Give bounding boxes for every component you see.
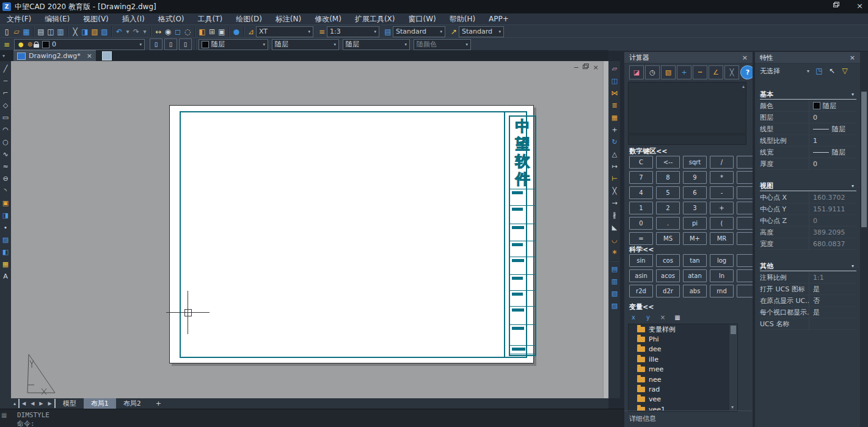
- revision-cloud-icon[interactable]: ∿: [1, 149, 10, 159]
- erase-icon[interactable]: ▱: [610, 64, 619, 73]
- numpad-key-0[interactable]: 0: [629, 217, 653, 230]
- scrollbar-thumb[interactable]: [861, 92, 867, 227]
- property-value[interactable]: 151.9111: [809, 203, 856, 214]
- numpad-key-2[interactable]: 2: [656, 202, 680, 214]
- sci-key-ln[interactable]: ln: [710, 269, 734, 282]
- zoom-window-icon[interactable]: ◻: [173, 27, 183, 37]
- delete-variable-icon[interactable]: ×: [658, 313, 667, 321]
- array-icon[interactable]: ▦: [610, 112, 619, 122]
- zoom-previous-icon[interactable]: ◌: [183, 27, 192, 37]
- add-layout-button[interactable]: +: [148, 398, 169, 409]
- numpad-key-*[interactable]: *: [710, 171, 734, 184]
- restore-window-icon[interactable]: [833, 2, 839, 7]
- layout-tab-布局1[interactable]: 布局1: [84, 398, 116, 409]
- chevron-down-icon[interactable]: ▾: [305, 29, 310, 34]
- title-bar[interactable]: Z 中望CAD 2020 教育版 - [Drawing2.dwg] ×: [0, 0, 868, 13]
- numpad-key-MR[interactable]: MR: [710, 232, 734, 245]
- property-value[interactable]: 0: [809, 158, 856, 169]
- sci-key-sin[interactable]: sin: [629, 254, 653, 267]
- layer-properties-icon[interactable]: ≡: [2, 40, 12, 49]
- menu-tools[interactable]: 工具(T): [191, 13, 230, 24]
- explode-icon[interactable]: ∗: [610, 247, 619, 257]
- numpad-key-+[interactable]: +: [710, 202, 734, 214]
- properties-title-bar[interactable]: 特性 ×: [755, 52, 860, 64]
- numpad-key-MS[interactable]: MS: [656, 232, 680, 245]
- copy-icon[interactable]: ◫: [610, 76, 619, 86]
- variable-item-7[interactable]: vee: [629, 395, 737, 404]
- rectangle-icon[interactable]: ▭: [1, 112, 10, 122]
- edit-variable-icon[interactable]: y: [644, 313, 652, 321]
- chevron-down-icon[interactable]: ▾: [807, 68, 809, 74]
- numpad-key-/[interactable]: /: [710, 156, 734, 169]
- ellipse-arc-icon[interactable]: ◝: [1, 186, 10, 195]
- cut-icon[interactable]: ╳: [70, 27, 80, 37]
- hatch-icon[interactable]: ▨: [1, 235, 10, 244]
- sci-key-r2d[interactable]: r2d: [629, 285, 653, 297]
- numpad-key-6[interactable]: 6: [683, 186, 707, 199]
- pickadd-toggle-icon[interactable]: ◳: [814, 66, 824, 76]
- extend-icon[interactable]: →: [610, 198, 619, 208]
- command-line-window[interactable]: DIMSTYLE 命令:: [0, 409, 624, 427]
- line-icon[interactable]: ╱: [1, 64, 10, 73]
- scale-list-icon[interactable]: ≡: [317, 27, 327, 37]
- calculator-input-field[interactable]: [628, 134, 746, 145]
- numpad-key-clipped[interactable]: [737, 202, 753, 214]
- numpad-key-3[interactable]: 3: [683, 202, 707, 214]
- property-value[interactable]: [809, 318, 856, 329]
- pan-icon[interactable]: ↔: [153, 27, 163, 37]
- section-header-基本[interactable]: 基本▾: [760, 90, 856, 100]
- open-icon[interactable]: ▱: [12, 27, 21, 37]
- chevron-down-icon[interactable]: ▾: [124, 27, 131, 36]
- property-value[interactable]: 389.2095: [809, 227, 856, 238]
- paste-to-command-line-icon[interactable]: ▧: [661, 65, 676, 79]
- sci-key-tan[interactable]: tan: [683, 254, 707, 267]
- make-current-layer-button[interactable]: ▯: [150, 38, 162, 50]
- mtext-icon[interactable]: A: [1, 271, 10, 281]
- property-value[interactable]: 1: [809, 135, 856, 146]
- clear-history-icon[interactable]: ◷: [645, 65, 660, 79]
- property-value[interactable]: 随层: [809, 147, 856, 158]
- sci-key-d2r[interactable]: d2r: [656, 285, 680, 297]
- sci-key-cos[interactable]: cos: [656, 254, 680, 267]
- plot-preview-icon[interactable]: ◫: [46, 27, 56, 37]
- variable-item-3[interactable]: ille: [629, 354, 737, 364]
- copy-clip-icon[interactable]: ◨: [80, 27, 90, 37]
- first-layout-button[interactable]: ◀: [18, 399, 28, 408]
- menu-insert[interactable]: 插入(I): [115, 13, 151, 24]
- linetype-control-combo[interactable]: 随层 ▾: [272, 39, 339, 50]
- calculator-input-icon[interactable]: ▦: [673, 313, 682, 321]
- numpad-key-clipped[interactable]: [737, 171, 753, 184]
- menu-view[interactable]: 视图(V): [76, 13, 115, 24]
- property-value[interactable]: 1:1: [809, 272, 856, 283]
- numpad-key-clipped[interactable]: [737, 156, 753, 169]
- sci-key-log[interactable]: log: [710, 254, 734, 267]
- variables-scrollbar[interactable]: ▾: [729, 324, 737, 411]
- restore-document-icon[interactable]: [583, 64, 589, 69]
- construction-line-icon[interactable]: ┄: [1, 76, 10, 86]
- chevron-down-icon[interactable]: ▾: [496, 29, 501, 34]
- layer-on-bulb-icon[interactable]: ●: [17, 40, 24, 49]
- multileader-style-icon[interactable]: ↗: [449, 27, 459, 37]
- numpad-key-7[interactable]: 7: [629, 171, 653, 184]
- menu-help[interactable]: 帮助(H): [443, 13, 482, 24]
- scientific-section-label[interactable]: 科学<<: [629, 245, 654, 254]
- publish-icon[interactable]: ▥: [56, 27, 65, 37]
- numpad-key-.[interactable]: .: [656, 217, 680, 230]
- chevron-down-icon[interactable]: ▾: [437, 29, 442, 34]
- property-value[interactable]: 否: [809, 295, 856, 306]
- next-layout-button[interactable]: ▶: [37, 399, 45, 408]
- property-value[interactable]: 160.3702: [809, 192, 856, 203]
- section-header-其他[interactable]: 其他▾: [760, 261, 856, 271]
- menu-modify[interactable]: 修改(M): [308, 13, 348, 24]
- make-block-icon[interactable]: ◨: [1, 210, 10, 220]
- spline-icon[interactable]: ≈: [1, 161, 10, 171]
- collapse-section-icon[interactable]: ▾: [852, 183, 856, 189]
- variable-item-5[interactable]: nee: [629, 374, 737, 384]
- layer-freeze-icon[interactable]: ⊛: [26, 40, 34, 49]
- move-icon[interactable]: +: [610, 125, 619, 134]
- collapse-section-icon[interactable]: ▾: [852, 263, 856, 269]
- circle-icon[interactable]: ○: [1, 137, 10, 147]
- undo-icon[interactable]: ↶: [114, 27, 124, 37]
- numpad-key-4[interactable]: 4: [629, 186, 653, 199]
- chevron-down-icon[interactable]: ▾: [371, 29, 376, 34]
